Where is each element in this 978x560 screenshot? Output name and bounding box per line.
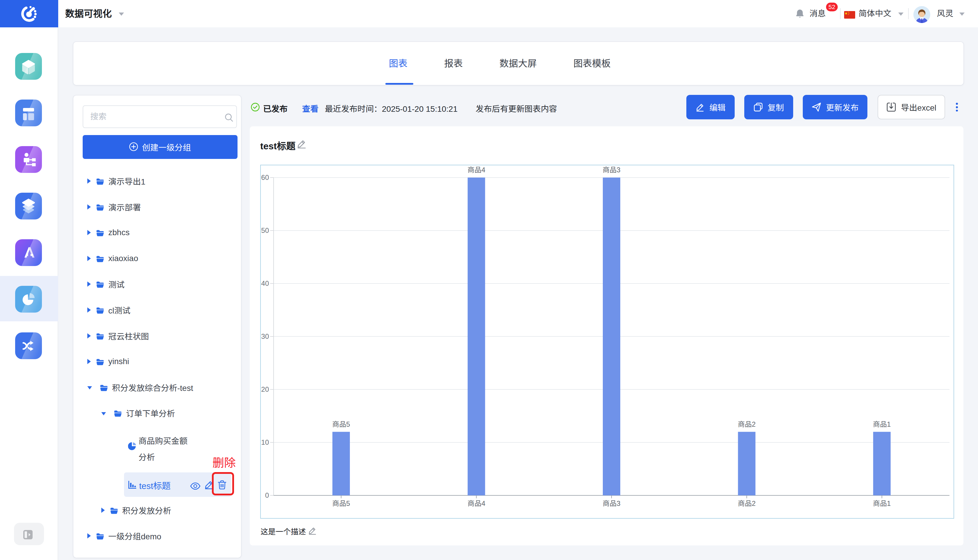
svg-text:商品3: 商品3 — [603, 166, 620, 174]
svg-text:60: 60 — [261, 173, 269, 181]
svg-text:商品2: 商品2 — [738, 420, 756, 428]
svg-text:商品1: 商品1 — [873, 500, 891, 507]
svg-text:商品3: 商品3 — [603, 500, 620, 507]
svg-text:商品5: 商品5 — [332, 500, 350, 507]
svg-text:商品4: 商品4 — [467, 166, 485, 174]
svg-text:50: 50 — [261, 227, 269, 234]
svg-text:40: 40 — [261, 279, 269, 287]
svg-text:30: 30 — [261, 332, 269, 340]
svg-text:20: 20 — [261, 385, 269, 393]
svg-text:商品1: 商品1 — [873, 420, 891, 428]
svg-text:0: 0 — [265, 491, 269, 499]
svg-text:10: 10 — [261, 438, 269, 446]
svg-text:商品4: 商品4 — [467, 500, 485, 507]
svg-text:商品5: 商品5 — [332, 420, 350, 428]
svg-text:商品2: 商品2 — [738, 500, 756, 507]
